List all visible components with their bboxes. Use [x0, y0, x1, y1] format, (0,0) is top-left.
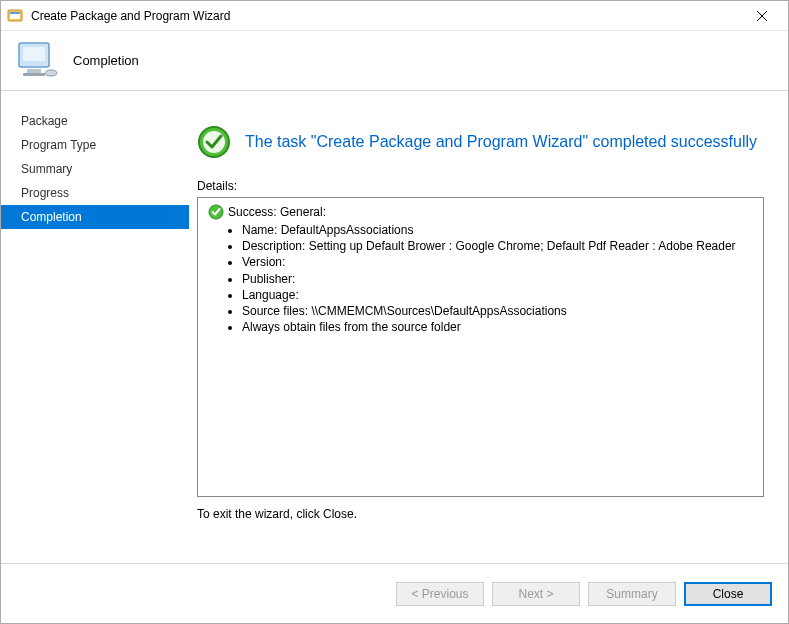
- svg-rect-8: [23, 73, 45, 76]
- app-icon: [7, 8, 23, 24]
- list-item: Version: [242, 254, 753, 270]
- details-header: Success: General:: [208, 204, 753, 220]
- success-check-small-icon: [208, 204, 224, 220]
- close-button[interactable]: Close: [684, 582, 772, 606]
- summary-button: Summary: [588, 582, 676, 606]
- list-item: NameDefaultAppsAssociations: [242, 222, 753, 238]
- svg-rect-2: [10, 12, 20, 14]
- sidebar-item-completion[interactable]: Completion: [1, 205, 189, 229]
- exit-instruction: To exit the wizard, click Close.: [197, 507, 764, 521]
- list-item: Publisher: [242, 271, 753, 287]
- close-icon[interactable]: [742, 1, 782, 31]
- list-item: Always obtain files from the source fold…: [242, 319, 753, 335]
- wizard-footer: < Previous Next > Summary Close: [1, 563, 788, 623]
- list-item: DescriptionSetting up Default Brower : G…: [242, 238, 753, 254]
- success-check-icon: [197, 125, 231, 159]
- svg-rect-7: [27, 69, 41, 73]
- details-label: Details:: [197, 179, 764, 193]
- sidebar-item-progress[interactable]: Progress: [1, 181, 189, 205]
- list-item: Language: [242, 287, 753, 303]
- details-header-text: Success: General:: [228, 205, 326, 219]
- computer-icon: [13, 37, 61, 85]
- next-button: Next >: [492, 582, 580, 606]
- success-banner: The task "Create Package and Program Wiz…: [197, 125, 764, 159]
- content-area: Package Program Type Summary Progress Co…: [1, 91, 788, 563]
- sidebar-item-package[interactable]: Package: [1, 109, 189, 133]
- wizard-sidebar: Package Program Type Summary Progress Co…: [1, 91, 189, 563]
- main-panel: The task "Create Package and Program Wiz…: [189, 91, 788, 563]
- page-title: Completion: [73, 53, 139, 68]
- sidebar-item-program-type[interactable]: Program Type: [1, 133, 189, 157]
- sidebar-item-summary[interactable]: Summary: [1, 157, 189, 181]
- svg-rect-6: [23, 47, 45, 61]
- svg-point-9: [45, 70, 57, 76]
- window-title: Create Package and Program Wizard: [31, 9, 742, 23]
- details-list: NameDefaultAppsAssociations DescriptionS…: [242, 222, 753, 335]
- titlebar: Create Package and Program Wizard: [1, 1, 788, 31]
- list-item: Source files\\CMMEMCM\Sources\DefaultApp…: [242, 303, 753, 319]
- success-message: The task "Create Package and Program Wiz…: [245, 133, 757, 151]
- wizard-header: Completion: [1, 31, 788, 91]
- previous-button: < Previous: [396, 582, 484, 606]
- details-box: Success: General: NameDefaultAppsAssocia…: [197, 197, 764, 497]
